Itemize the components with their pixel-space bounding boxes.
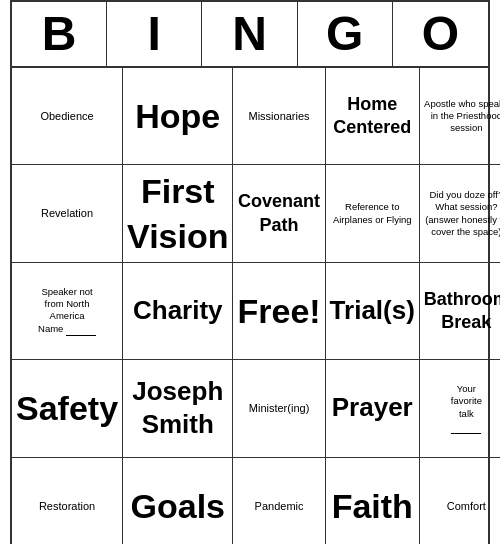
cell-text: Missionaries [248, 109, 309, 123]
bingo-cell-r0c3[interactable]: Home Centered [326, 68, 420, 165]
cell-text: Prayer [332, 391, 413, 425]
cell-text: Bathroom Break [424, 288, 500, 335]
cell-text: Yourfavoritetalk [451, 383, 482, 433]
bingo-cell-r1c0[interactable]: Revelation [12, 165, 123, 262]
cell-text: Goals [131, 484, 225, 528]
header-letter: I [107, 2, 202, 66]
bingo-cell-r3c0[interactable]: Safety [12, 360, 123, 457]
cell-text: Joseph Smith [127, 375, 228, 443]
cell-text: Trial(s) [330, 294, 415, 328]
cell-text: Free! [237, 289, 320, 333]
bingo-cell-r2c0[interactable]: Speaker notfrom NorthAmericaName [12, 263, 123, 360]
bingo-cell-r1c1[interactable]: First Vision [123, 165, 233, 262]
cell-text: Reference to Airplanes or Flying [330, 201, 415, 226]
header-letter: B [12, 2, 107, 66]
cell-text: Faith [332, 484, 413, 528]
bingo-cell-r0c1[interactable]: Hope [123, 68, 233, 165]
bingo-cell-r2c3[interactable]: Trial(s) [326, 263, 420, 360]
bingo-cell-r4c4[interactable]: Comfort [420, 458, 500, 545]
bingo-cell-r0c4[interactable]: Apostle who speaks in the Priesthood ses… [420, 68, 500, 165]
cell-text: Restoration [39, 499, 95, 513]
bingo-cell-r2c2[interactable]: Free! [233, 263, 325, 360]
cell-text: Hope [135, 94, 220, 138]
cell-text: Apostle who speaks in the Priesthood ses… [424, 98, 500, 135]
bingo-cell-r4c0[interactable]: Restoration [12, 458, 123, 545]
bingo-card: BINGO ObedienceHopeMissionariesHome Cent… [10, 0, 490, 544]
bingo-cell-r2c1[interactable]: Charity [123, 263, 233, 360]
bingo-cell-r3c2[interactable]: Minister(ing) [233, 360, 325, 457]
bingo-cell-r0c0[interactable]: Obedience [12, 68, 123, 165]
cell-text: Comfort [447, 499, 486, 513]
bingo-cell-r1c2[interactable]: Covenant Path [233, 165, 325, 262]
bingo-cell-r3c3[interactable]: Prayer [326, 360, 420, 457]
header-letter: G [298, 2, 393, 66]
bingo-cell-r4c1[interactable]: Goals [123, 458, 233, 545]
cell-text: Covenant Path [237, 190, 320, 237]
bingo-header: BINGO [12, 2, 488, 68]
bingo-cell-r1c4[interactable]: Did you doze off? What session? (answer … [420, 165, 500, 262]
cell-text: Charity [133, 294, 223, 328]
bingo-cell-r4c3[interactable]: Faith [326, 458, 420, 545]
cell-text: Speaker notfrom NorthAmericaName [38, 286, 96, 336]
cell-text: Home Centered [330, 93, 415, 140]
header-letter: O [393, 2, 488, 66]
bingo-cell-r3c1[interactable]: Joseph Smith [123, 360, 233, 457]
bingo-cell-r4c2[interactable]: Pandemic [233, 458, 325, 545]
bingo-grid: ObedienceHopeMissionariesHome CenteredAp… [12, 68, 488, 544]
bingo-cell-r2c4[interactable]: Bathroom Break [420, 263, 500, 360]
bingo-cell-r0c2[interactable]: Missionaries [233, 68, 325, 165]
cell-text: Revelation [41, 206, 93, 220]
bingo-cell-r3c4[interactable]: Yourfavoritetalk [420, 360, 500, 457]
cell-text: Did you doze off? What session? (answer … [424, 189, 500, 238]
cell-text: Pandemic [255, 499, 304, 513]
cell-text: First Vision [127, 169, 228, 257]
cell-text: Obedience [40, 109, 93, 123]
cell-text: Safety [16, 386, 118, 430]
bingo-cell-r1c3[interactable]: Reference to Airplanes or Flying [326, 165, 420, 262]
cell-text: Minister(ing) [249, 401, 310, 415]
header-letter: N [202, 2, 297, 66]
